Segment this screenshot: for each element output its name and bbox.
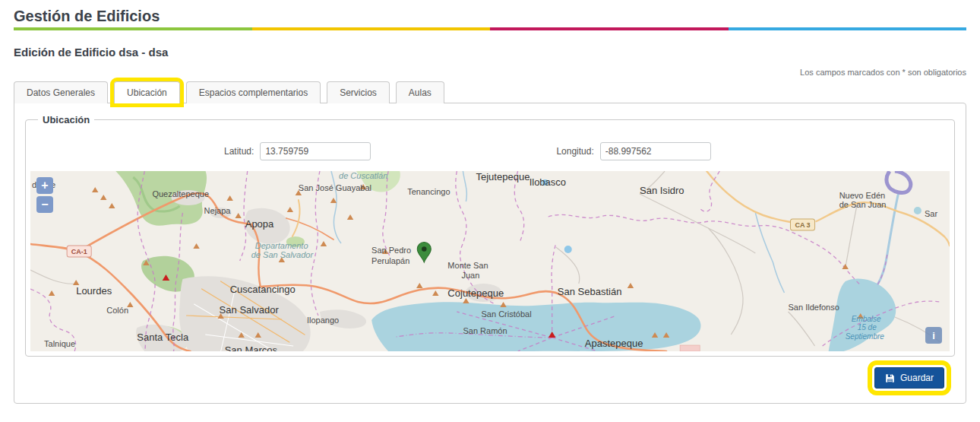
coordinates-row: Latitud: Longitud:: [30, 142, 950, 160]
road-shield-label: CA-1: [71, 248, 87, 255]
map-place-label: 15 de: [858, 323, 877, 332]
map-place-label: Sar: [925, 209, 937, 218]
tab-espacios-complementarios[interactable]: Espacios complementarios: [186, 81, 321, 103]
map-place-label: Apastepeque: [585, 338, 643, 349]
map-place-label: Cuscatancingo: [230, 284, 296, 295]
map-place-label: de San Salvador: [251, 250, 315, 259]
latitude-group: Latitud:: [224, 142, 371, 160]
map-place-label: Tenancingo: [407, 187, 450, 196]
accent-segment-blue: [729, 27, 967, 30]
map-place-label: Colón: [106, 306, 128, 315]
map-place-label: Embalse: [852, 315, 881, 323]
required-fields-note: Los campos marcados con * son obligatori…: [14, 68, 966, 77]
tab-datos-generales[interactable]: Datos Generales: [14, 81, 108, 103]
longitude-group: Longitud:: [556, 142, 710, 160]
map-canvas[interactable]: CA-1CA 3 d ArceQuezaltepequeNejapaApopaS…: [30, 171, 950, 351]
save-floppy-icon: [885, 373, 895, 383]
map-place-label: San Marcos: [225, 344, 278, 351]
map-place-label: San Pedro: [371, 246, 411, 255]
map-place-label: Tejutepeque: [476, 171, 530, 182]
save-button[interactable]: Guardar: [874, 367, 944, 389]
map-place-label: San Isidro: [640, 185, 684, 196]
map-place-label: Apopa: [245, 218, 274, 230]
map-place-label: Septiembre: [846, 332, 885, 341]
map-place-label: Santa Tecla: [137, 332, 189, 343]
tab-panel: Ubicación Latitud: Longitud:: [14, 103, 966, 404]
map-place-label: Talnique: [44, 339, 75, 348]
map-place-label: Nuevo Edén: [839, 191, 886, 200]
accent-segment-crimson: [490, 27, 729, 30]
save-button-label: Guardar: [900, 373, 934, 383]
map-place-label: San Sebastián: [558, 286, 622, 297]
fieldset-legend: Ubicación: [38, 114, 94, 125]
map-zoom-out-button[interactable]: −: [36, 196, 53, 213]
map-place-label: Ilobasco: [530, 176, 566, 188]
map-place-label: Juan: [461, 271, 479, 280]
tab-bar: Datos Generales Ubicación Espacios compl…: [14, 81, 966, 103]
map-place-label: Cojutepeque: [447, 287, 504, 299]
ubicacion-fieldset: Ubicación Latitud: Longitud:: [25, 114, 955, 357]
map-place-label: Departamento: [255, 241, 308, 250]
map-zoom-controls: + −: [36, 177, 53, 213]
map-place-label: de San Juan: [839, 200, 887, 209]
latitude-label: Latitud:: [224, 146, 254, 157]
longitude-input[interactable]: [600, 142, 711, 160]
page-title: Gestión de Edificios: [14, 8, 966, 24]
accent-segment-green: [14, 27, 252, 30]
edit-subtitle: Edición de Edificio dsa - dsa: [14, 46, 966, 59]
map-zoom-in-button[interactable]: +: [36, 177, 53, 194]
longitude-label: Longitud:: [556, 146, 593, 157]
latitude-input[interactable]: [260, 142, 371, 160]
tab-servicios[interactable]: Servicios: [327, 81, 390, 103]
map-place-label: Quezaltepeque: [152, 189, 209, 198]
map-place-label: San Cristóbal: [481, 309, 531, 319]
map-place-label: Nejapa: [204, 206, 232, 215]
map-place-label: San Ildefonso: [788, 303, 839, 312]
tab-aulas[interactable]: Aulas: [396, 81, 444, 103]
map-place-label: San Ramón: [463, 326, 507, 335]
map-place-label: de Cuscatlán: [339, 171, 387, 180]
map-place-label: San José Guayabal: [299, 183, 371, 192]
building-management-page: Gestión de Edificios Edición de Edificio…: [0, 8, 980, 404]
map-place-label: Perulapán: [371, 256, 409, 265]
map-place-label: Monte San: [447, 261, 488, 270]
accent-segment-yellow: [252, 27, 491, 30]
form-actions-row: Guardar: [25, 367, 955, 389]
map-attribution-info-button[interactable]: i: [925, 327, 942, 344]
map-place-label: Lourdes: [76, 285, 112, 297]
road-shield-label: CA 3: [795, 221, 810, 229]
map-place-label: San Salvador: [220, 304, 280, 316]
tab-ubicacion[interactable]: Ubicación: [114, 81, 180, 103]
map-image: CA-1CA 3 d ArceQuezaltepequeNejapaApopaS…: [30, 171, 950, 351]
map-place-label: Ilopango: [307, 316, 339, 325]
accent-bar: [14, 27, 966, 30]
